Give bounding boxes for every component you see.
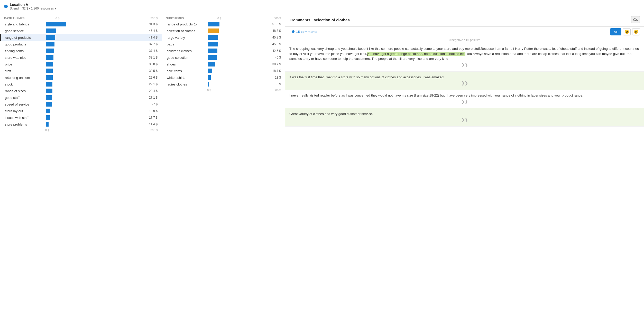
subtheme-row[interactable]: good selection 40 $	[162, 54, 285, 61]
main-container: BASE THEMES 0 $ 300 $ style and fabrics …	[0, 13, 644, 314]
expand-button[interactable]: ❯❯	[289, 98, 640, 105]
subtheme-row[interactable]: large variety 45.8 $	[162, 34, 285, 41]
subthemes-label: SUBTHEMES	[166, 17, 217, 20]
sub-axis-bottom-end: 300 $	[274, 89, 281, 92]
base-theme-row[interactable]: price 30.8 $	[0, 61, 162, 68]
base-theme-value: 29.6 $	[143, 76, 158, 79]
base-theme-bar-area	[46, 115, 141, 120]
comments-tabs: 15 comments All 🙁 😊	[285, 27, 644, 37]
base-theme-row[interactable]: stock 29.1 $	[0, 81, 162, 88]
subthemes-header: SUBTHEMES 0 $ 300 $	[162, 16, 285, 21]
base-theme-row[interactable]: store was nice 33.1 $	[0, 54, 162, 61]
subtheme-label: bags	[167, 42, 208, 46]
base-theme-label: stock	[5, 82, 46, 86]
base-theme-value: 33.1 $	[143, 56, 158, 59]
subthemes-axis-bottom: 0 $ 300 $	[162, 88, 285, 93]
filter-buttons: All 🙁 😊	[610, 28, 640, 35]
subtheme-bar-area	[208, 75, 265, 80]
base-themes-label: BASE THEMES	[4, 17, 56, 20]
base-theme-bar-area	[46, 21, 141, 27]
base-axis-start: 0 $	[56, 17, 59, 20]
subtheme-label: large variety	[167, 36, 208, 40]
base-theme-row[interactable]: range of products 41.4 $	[0, 34, 162, 41]
filter-negative-button[interactable]: 🙁	[623, 28, 631, 35]
base-theme-bar-area	[46, 88, 141, 94]
base-theme-row[interactable]: staff 30.5 $	[0, 68, 162, 74]
comments-title-area: Comments: selection of clothes	[289, 18, 350, 22]
base-theme-label: finding items	[5, 49, 46, 53]
base-theme-value: 28.4 $	[143, 89, 158, 93]
expand-button[interactable]: ❯❯	[289, 80, 640, 87]
base-theme-bar-area	[46, 55, 141, 60]
filter-positive-button[interactable]: 😊	[632, 28, 640, 35]
subtheme-row[interactable]: white t shirts 13 $	[162, 74, 285, 81]
base-theme-label: good staff	[5, 96, 46, 100]
base-themes-header: BASE THEMES 0 $ 300 $	[0, 16, 162, 21]
subtheme-bar-area	[208, 28, 265, 34]
subtheme-bar	[208, 49, 217, 53]
base-theme-bar	[46, 35, 55, 40]
base-theme-bar	[46, 109, 50, 113]
subtheme-bar-area	[208, 35, 265, 40]
base-theme-row[interactable]: good staff 27.1 $	[0, 94, 162, 101]
base-theme-value: 27 $	[143, 102, 158, 106]
subtheme-label: range of products (o...	[167, 22, 208, 26]
subtheme-value: 51.5 $	[267, 22, 281, 26]
base-theme-value: 30.5 $	[143, 69, 158, 73]
base-theme-row[interactable]: issues with staff 17.7 $	[0, 114, 162, 121]
base-theme-row[interactable]: store problems 11.4 $	[0, 121, 162, 128]
cloud-download-button[interactable]	[631, 16, 640, 23]
expand-button[interactable]: ❯❯	[289, 61, 640, 68]
base-theme-row[interactable]: speed of service 27 $	[0, 101, 162, 108]
base-theme-row[interactable]: style and fabrics 91.3 $	[0, 21, 162, 27]
subtheme-row[interactable]: shoes 30.7 $	[162, 61, 285, 68]
subtheme-value: 30.7 $	[267, 62, 281, 66]
base-theme-bar-area	[46, 61, 141, 67]
subtheme-bar-area	[208, 61, 265, 67]
subtheme-bar-area	[208, 55, 265, 60]
base-theme-bar	[46, 122, 49, 127]
subtheme-bar	[208, 75, 211, 80]
subtheme-row[interactable]: range of products (o... 51.5 $	[162, 21, 285, 27]
base-theme-value: 45.4 $	[143, 29, 158, 33]
comment-text: The shopping was very cheap and you shou…	[289, 46, 640, 61]
subtheme-row[interactable]: selection of clothes 48.3 $	[162, 27, 285, 34]
subtheme-row[interactable]: bags 45.6 $	[162, 41, 285, 47]
subtheme-value: 13 $	[267, 76, 281, 79]
base-theme-bar-area	[46, 35, 141, 40]
comments-count-button[interactable]: 15 comments	[289, 29, 320, 35]
base-theme-row[interactable]: returning an item 29.6 $	[0, 74, 162, 81]
subtheme-row[interactable]: sale items 18.7 $	[162, 68, 285, 74]
filter-all-button[interactable]: All	[610, 28, 621, 35]
base-theme-row[interactable]: good products 37.7 $	[0, 41, 162, 47]
base-theme-row[interactable]: range of sizes 28.4 $	[0, 88, 162, 94]
base-theme-value: 30.8 $	[143, 62, 158, 66]
base-themes-axis-bottom: 0 $ 300 $	[0, 128, 162, 133]
expand-button[interactable]: ❯❯	[289, 116, 640, 123]
base-theme-bar	[46, 102, 52, 107]
base-axis-end: 300 $	[150, 17, 158, 20]
subthemes-panel: SUBTHEMES 0 $ 300 $ range of products (o…	[162, 13, 285, 314]
base-themes-rows: style and fabrics 91.3 $ good service 45…	[0, 21, 162, 128]
base-theme-row[interactable]: store lay out 18.9 $	[0, 108, 162, 114]
subtheme-row[interactable]: ladies clothes 5 $	[162, 81, 285, 88]
base-theme-value: 11.4 $	[143, 122, 158, 126]
base-theme-label: staff	[5, 69, 46, 73]
subtheme-row[interactable]: childrens clothes 42.5 $	[162, 47, 285, 54]
base-theme-row[interactable]: finding items 37.4 $	[0, 47, 162, 54]
comment-text: I never really visited retailer before a…	[289, 93, 640, 98]
subtheme-bar	[208, 55, 217, 60]
sub-axis-start: 0 $	[217, 17, 221, 20]
base-theme-bar-area	[46, 101, 141, 107]
sub-axis-end: 300 $	[274, 17, 281, 20]
base-theme-bar-area	[46, 81, 141, 87]
subtheme-bar-area	[208, 68, 265, 74]
base-theme-bar	[46, 75, 53, 80]
base-theme-row[interactable]: good service 45.4 $	[0, 27, 162, 34]
subtheme-bar	[208, 28, 219, 33]
base-themes-panel: BASE THEMES 0 $ 300 $ style and fabrics …	[0, 13, 162, 314]
location-dot	[4, 5, 8, 8]
base-theme-label: good products	[5, 42, 46, 46]
location-name: Location A	[10, 3, 56, 7]
comment-text: It was the first time that I went to a s…	[289, 75, 640, 80]
